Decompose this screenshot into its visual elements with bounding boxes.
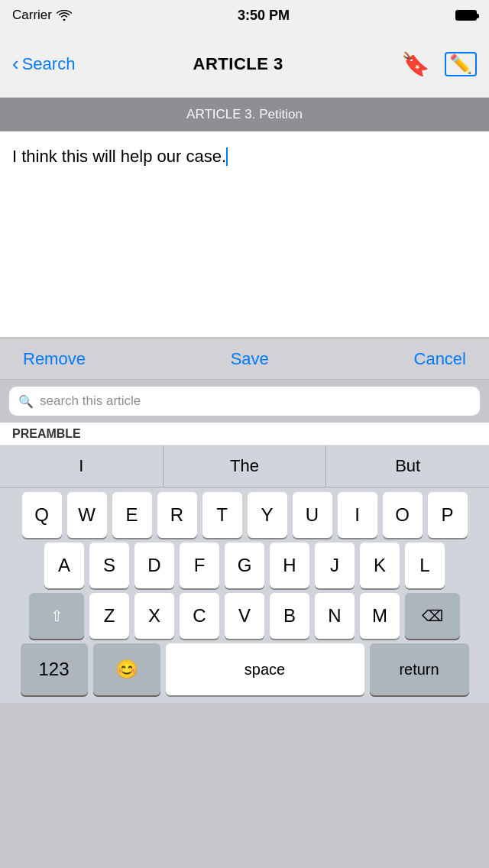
key-y[interactable]: Y xyxy=(248,492,287,538)
article-peek-text: PREAMBLE xyxy=(12,427,81,441)
keyboard: Q W E R T Y U I O P A S D F G H J K L ⇧ … xyxy=(0,487,489,703)
article-header-text: ARTICLE 3. Petition xyxy=(186,107,303,122)
keyboard-row-2: A S D F G H J K L xyxy=(0,538,489,588)
suggestions-bar: I The But xyxy=(0,445,489,487)
nav-actions: 🔖 ✏️ xyxy=(401,50,477,77)
carrier-text: Carrier xyxy=(12,8,52,23)
cancel-button[interactable]: Cancel xyxy=(414,349,466,369)
suggestion-text-0: I xyxy=(79,456,83,476)
key-m[interactable]: M xyxy=(360,593,400,639)
note-content: I think this will help our case. xyxy=(12,147,226,166)
remove-button[interactable]: Remove xyxy=(23,349,86,369)
return-key[interactable]: return xyxy=(370,643,469,695)
article-peek: PREAMBLE xyxy=(0,423,489,445)
key-j[interactable]: J xyxy=(315,542,355,588)
carrier-label: Carrier xyxy=(12,8,72,23)
keyboard-row-1: Q W E R T Y U I O P xyxy=(0,487,489,538)
numbers-key[interactable]: 123 xyxy=(21,643,88,695)
space-key[interactable]: space xyxy=(166,643,364,695)
key-p[interactable]: P xyxy=(428,492,468,538)
key-x[interactable]: X xyxy=(134,593,174,639)
key-n[interactable]: N xyxy=(315,593,355,639)
action-bar: Remove Save Cancel xyxy=(0,338,489,380)
status-bar: Carrier 3:50 PM xyxy=(0,0,489,31)
space-label: space xyxy=(244,661,285,679)
page-title: ARTICLE 3 xyxy=(193,54,283,74)
key-d[interactable]: D xyxy=(134,542,174,588)
keyboard-bottom-row: 123 😊 space return xyxy=(0,639,489,703)
emoji-key[interactable]: 😊 xyxy=(93,643,160,695)
navigation-bar: ‹ Search ARTICLE 3 🔖 ✏️ xyxy=(0,31,489,98)
wifi-icon xyxy=(57,10,72,21)
key-q[interactable]: Q xyxy=(22,492,62,538)
key-a[interactable]: A xyxy=(44,542,84,588)
key-r[interactable]: R xyxy=(157,492,197,538)
key-g[interactable]: G xyxy=(225,542,264,588)
emoji-icon: 😊 xyxy=(115,659,138,680)
numbers-label: 123 xyxy=(38,659,69,680)
key-f[interactable]: F xyxy=(180,542,219,588)
suggestion-text-1: The xyxy=(230,456,259,476)
key-o[interactable]: O xyxy=(383,492,423,538)
battery-indicator xyxy=(455,10,477,21)
suggestion-text-2: But xyxy=(395,456,420,476)
shift-key[interactable]: ⇧ xyxy=(29,593,84,639)
note-text: I think this will help our case. xyxy=(12,147,228,166)
key-h[interactable]: H xyxy=(270,542,309,588)
key-i[interactable]: I xyxy=(338,492,377,538)
key-w[interactable]: W xyxy=(67,492,107,538)
search-bar[interactable]: 🔍 search this article xyxy=(9,387,480,416)
key-c[interactable]: C xyxy=(180,593,219,639)
shift-icon: ⇧ xyxy=(50,607,63,625)
save-button[interactable]: Save xyxy=(231,349,269,369)
delete-icon: ⌫ xyxy=(422,607,443,625)
battery-icon xyxy=(455,10,477,21)
delete-key[interactable]: ⌫ xyxy=(405,593,460,639)
keyboard-row-3: ⇧ Z X C V B N M ⌫ xyxy=(0,588,489,639)
bookmark-icon[interactable]: 🔖 xyxy=(401,50,429,77)
search-bar-container: 🔍 search this article xyxy=(0,380,489,423)
key-l[interactable]: L xyxy=(405,542,445,588)
return-label: return xyxy=(399,661,439,679)
key-b[interactable]: B xyxy=(270,593,309,639)
key-k[interactable]: K xyxy=(360,542,400,588)
key-e[interactable]: E xyxy=(112,492,152,538)
key-u[interactable]: U xyxy=(293,492,332,538)
key-t[interactable]: T xyxy=(202,492,242,538)
status-time: 3:50 PM xyxy=(238,8,290,24)
article-header: ARTICLE 3. Petition xyxy=(0,98,489,131)
suggestion-item-0[interactable]: I xyxy=(0,445,164,487)
text-cursor xyxy=(226,147,228,166)
suggestion-item-1[interactable]: The xyxy=(164,445,327,487)
search-placeholder: search this article xyxy=(40,394,141,409)
edit-icon[interactable]: ✏️ xyxy=(445,52,477,76)
back-label: Search xyxy=(22,54,76,74)
key-s[interactable]: S xyxy=(89,542,129,588)
search-icon: 🔍 xyxy=(18,394,34,409)
key-z[interactable]: Z xyxy=(89,593,129,639)
key-v[interactable]: V xyxy=(225,593,264,639)
back-button[interactable]: ‹ Search xyxy=(12,54,75,74)
note-area[interactable]: I think this will help our case. xyxy=(0,131,489,338)
chevron-left-icon: ‹ xyxy=(12,53,19,73)
suggestion-item-2[interactable]: But xyxy=(326,445,489,487)
